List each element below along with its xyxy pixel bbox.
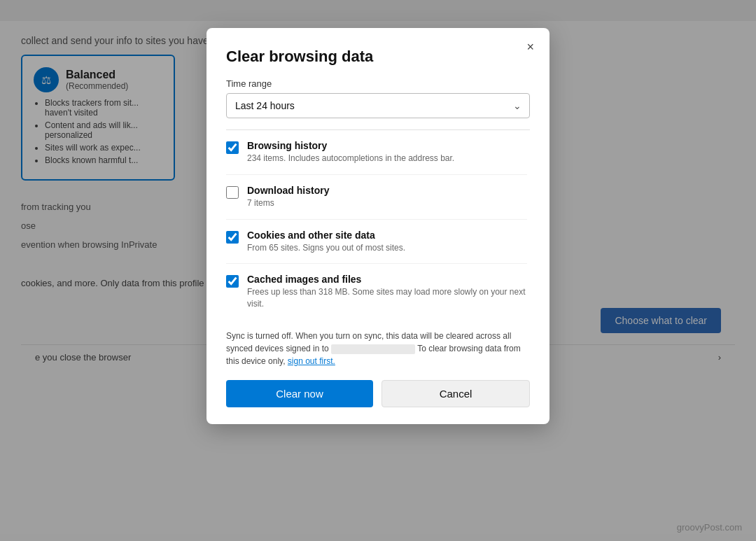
download-history-item: Download history 7 items [226,175,527,220]
download-history-checkbox[interactable] [226,186,239,199]
time-range-select[interactable]: Last hour Last 24 hours Last 7 days Last… [226,93,530,118]
modal-title: Clear browsing data [226,48,530,66]
time-range-wrapper: Last hour Last 24 hours Last 7 days Last… [226,93,530,118]
browsing-history-label: Browsing history 234 items. Includes aut… [247,140,527,164]
cookies-checkbox[interactable] [226,231,239,244]
time-range-label: Time range [226,78,530,89]
modal-overlay: × Clear browsing data Time range Last ho… [0,0,756,541]
download-history-label: Download history 7 items [247,185,527,209]
browsing-history-title: Browsing history [247,140,527,151]
checkboxes-area: Browsing history 234 items. Includes aut… [226,129,530,320]
clear-now-button[interactable]: Clear now [226,380,373,407]
cookies-item: Cookies and other site data From 65 site… [226,220,527,265]
browsing-history-desc: 234 items. Includes autocompletions in t… [247,153,527,164]
cookies-title: Cookies and other site data [247,230,527,241]
clear-browsing-data-modal: × Clear browsing data Time range Last ho… [206,28,550,424]
download-history-desc: 7 items [247,197,527,209]
cached-images-desc: Frees up less than 318 MB. Some sites ma… [247,286,527,310]
cached-images-title: Cached images and files [247,274,527,285]
cancel-button[interactable]: Cancel [382,380,530,407]
cookies-desc: From 65 sites. Signs you out of most sit… [247,242,527,254]
sync-notice: Sync is turned off. When you turn on syn… [226,330,530,367]
download-history-title: Download history [247,185,527,196]
close-button[interactable]: × [522,38,538,56]
browsing-history-checkbox[interactable] [226,141,239,154]
cached-images-checkbox[interactable] [226,275,239,288]
cookies-label: Cookies and other site data From 65 site… [247,230,527,254]
cached-images-item: Cached images and files Frees up less th… [226,264,527,320]
sign-out-first-link[interactable]: sign out first. [288,356,335,366]
cached-images-label: Cached images and files Frees up less th… [247,274,527,310]
sync-email-redacted [331,344,415,354]
browsing-history-item: Browsing history 234 items. Includes aut… [226,130,527,175]
modal-buttons: Clear now Cancel [226,380,530,407]
